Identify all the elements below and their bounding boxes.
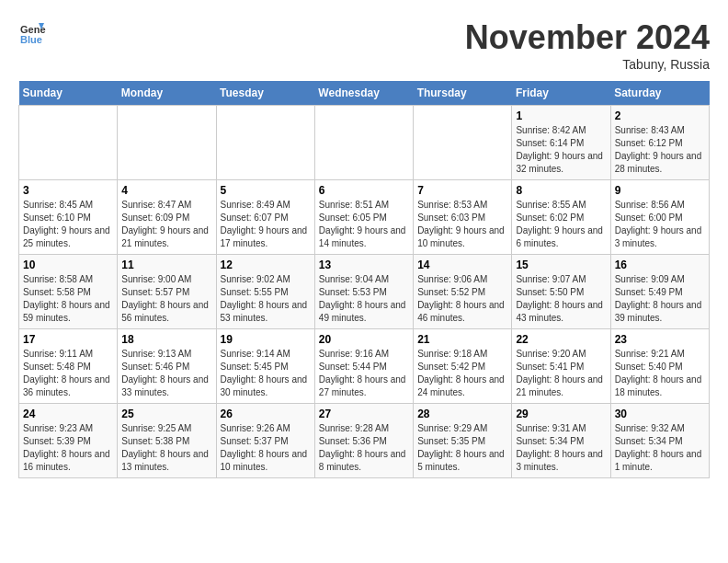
calendar-cell: 4Sunrise: 8:47 AM Sunset: 6:09 PM Daylig…: [118, 180, 216, 255]
day-info: Sunrise: 9:23 AM Sunset: 5:39 PM Dayligh…: [23, 422, 113, 474]
day-number: 9: [615, 184, 705, 197]
calendar-cell: 1Sunrise: 8:42 AM Sunset: 6:14 PM Daylig…: [512, 106, 610, 180]
calendar-cell: 19Sunrise: 9:14 AM Sunset: 5:45 PM Dayli…: [216, 329, 314, 404]
calendar-cell: 7Sunrise: 8:53 AM Sunset: 6:03 PM Daylig…: [414, 180, 512, 255]
day-number: 17: [23, 333, 113, 346]
calendar-week-row: 17Sunrise: 9:11 AM Sunset: 5:48 PM Dayli…: [19, 329, 710, 404]
calendar-cell: [19, 106, 118, 180]
calendar-cell: 15Sunrise: 9:07 AM Sunset: 5:50 PM Dayli…: [512, 255, 610, 329]
day-number: 27: [319, 408, 409, 420]
calendar-cell: [314, 106, 413, 180]
calendar-body: 1Sunrise: 8:42 AM Sunset: 6:14 PM Daylig…: [19, 106, 710, 478]
day-number: 30: [615, 408, 705, 420]
day-info: Sunrise: 9:09 AM Sunset: 5:49 PM Dayligh…: [615, 273, 705, 325]
weekday-header: Sunday: [19, 81, 118, 106]
day-number: 7: [417, 184, 507, 197]
day-info: Sunrise: 9:14 AM Sunset: 5:45 PM Dayligh…: [221, 348, 311, 399]
day-number: 4: [121, 184, 211, 197]
day-info: Sunrise: 8:53 AM Sunset: 6:03 PM Dayligh…: [417, 199, 507, 250]
calendar-cell: 18Sunrise: 9:13 AM Sunset: 5:46 PM Dayli…: [118, 329, 216, 404]
location: Tabuny, Russia: [465, 57, 710, 72]
day-info: Sunrise: 8:58 AM Sunset: 5:58 PM Dayligh…: [23, 273, 113, 325]
calendar-week-row: 3Sunrise: 8:45 AM Sunset: 6:10 PM Daylig…: [19, 180, 710, 255]
calendar-cell: 13Sunrise: 9:04 AM Sunset: 5:53 PM Dayli…: [314, 255, 413, 329]
day-number: 16: [615, 259, 705, 271]
day-info: Sunrise: 8:43 AM Sunset: 6:12 PM Dayligh…: [615, 124, 705, 176]
day-info: Sunrise: 9:20 AM Sunset: 5:41 PM Dayligh…: [516, 348, 606, 399]
day-number: 19: [221, 333, 311, 346]
day-info: Sunrise: 9:26 AM Sunset: 5:37 PM Dayligh…: [221, 422, 311, 474]
day-number: 18: [121, 333, 211, 346]
day-number: 29: [516, 408, 606, 420]
day-number: 21: [417, 333, 507, 346]
day-number: 10: [23, 259, 113, 271]
day-number: 20: [319, 333, 409, 346]
calendar-cell: 27Sunrise: 9:28 AM Sunset: 5:36 PM Dayli…: [314, 404, 413, 478]
day-info: Sunrise: 9:00 AM Sunset: 5:57 PM Dayligh…: [121, 273, 211, 325]
logo: General Blue: [18, 18, 46, 46]
calendar-cell: 23Sunrise: 9:21 AM Sunset: 5:40 PM Dayli…: [610, 329, 709, 404]
weekday-header: Friday: [512, 81, 610, 106]
day-number: 3: [23, 184, 113, 197]
day-number: 22: [516, 333, 606, 346]
weekday-header: Thursday: [414, 81, 512, 106]
calendar-cell: 12Sunrise: 9:02 AM Sunset: 5:55 PM Dayli…: [216, 255, 314, 329]
calendar-cell: 6Sunrise: 8:51 AM Sunset: 6:05 PM Daylig…: [314, 180, 413, 255]
day-info: Sunrise: 9:31 AM Sunset: 5:34 PM Dayligh…: [516, 422, 606, 474]
day-info: Sunrise: 9:18 AM Sunset: 5:42 PM Dayligh…: [417, 348, 507, 399]
weekday-header: Wednesday: [314, 81, 413, 106]
month-title: November 2024: [465, 18, 710, 57]
day-info: Sunrise: 9:32 AM Sunset: 5:34 PM Dayligh…: [615, 422, 705, 474]
day-info: Sunrise: 9:13 AM Sunset: 5:46 PM Dayligh…: [121, 348, 211, 399]
day-info: Sunrise: 9:16 AM Sunset: 5:44 PM Dayligh…: [319, 348, 409, 399]
calendar-cell: [414, 106, 512, 180]
calendar-cell: 24Sunrise: 9:23 AM Sunset: 5:39 PM Dayli…: [19, 404, 118, 478]
day-number: 2: [615, 109, 705, 122]
day-info: Sunrise: 9:06 AM Sunset: 5:52 PM Dayligh…: [417, 273, 507, 325]
day-info: Sunrise: 8:42 AM Sunset: 6:14 PM Dayligh…: [516, 124, 606, 176]
calendar-week-row: 10Sunrise: 8:58 AM Sunset: 5:58 PM Dayli…: [19, 255, 710, 329]
calendar-cell: [216, 106, 314, 180]
day-info: Sunrise: 9:25 AM Sunset: 5:38 PM Dayligh…: [121, 422, 211, 474]
calendar-cell: 21Sunrise: 9:18 AM Sunset: 5:42 PM Dayli…: [414, 329, 512, 404]
day-info: Sunrise: 9:21 AM Sunset: 5:40 PM Dayligh…: [615, 348, 705, 399]
day-number: 6: [319, 184, 409, 197]
weekday-row: SundayMondayTuesdayWednesdayThursdayFrid…: [19, 81, 710, 106]
day-info: Sunrise: 9:02 AM Sunset: 5:55 PM Dayligh…: [221, 273, 311, 325]
calendar-cell: 17Sunrise: 9:11 AM Sunset: 5:48 PM Dayli…: [19, 329, 118, 404]
calendar-cell: 5Sunrise: 8:49 AM Sunset: 6:07 PM Daylig…: [216, 180, 314, 255]
day-number: 8: [516, 184, 606, 197]
day-info: Sunrise: 9:28 AM Sunset: 5:36 PM Dayligh…: [319, 422, 409, 474]
calendar-cell: 29Sunrise: 9:31 AM Sunset: 5:34 PM Dayli…: [512, 404, 610, 478]
day-number: 12: [221, 259, 311, 271]
calendar-cell: 28Sunrise: 9:29 AM Sunset: 5:35 PM Dayli…: [414, 404, 512, 478]
day-number: 1: [516, 109, 606, 122]
day-number: 13: [319, 259, 409, 271]
calendar-cell: 14Sunrise: 9:06 AM Sunset: 5:52 PM Dayli…: [414, 255, 512, 329]
day-number: 14: [417, 259, 507, 271]
calendar-cell: 16Sunrise: 9:09 AM Sunset: 5:49 PM Dayli…: [610, 255, 709, 329]
calendar-cell: 11Sunrise: 9:00 AM Sunset: 5:57 PM Dayli…: [118, 255, 216, 329]
title-block: November 2024 Tabuny, Russia: [465, 18, 710, 72]
calendar-cell: [118, 106, 216, 180]
calendar-cell: 3Sunrise: 8:45 AM Sunset: 6:10 PM Daylig…: [19, 180, 118, 255]
weekday-header: Tuesday: [216, 81, 314, 106]
calendar-cell: 8Sunrise: 8:55 AM Sunset: 6:02 PM Daylig…: [512, 180, 610, 255]
weekday-header: Saturday: [610, 81, 709, 106]
day-info: Sunrise: 9:07 AM Sunset: 5:50 PM Dayligh…: [516, 273, 606, 325]
day-number: 25: [121, 408, 211, 420]
calendar-cell: 9Sunrise: 8:56 AM Sunset: 6:00 PM Daylig…: [610, 180, 709, 255]
calendar-week-row: 1Sunrise: 8:42 AM Sunset: 6:14 PM Daylig…: [19, 106, 710, 180]
day-info: Sunrise: 8:56 AM Sunset: 6:00 PM Dayligh…: [615, 199, 705, 250]
logo-icon: General Blue: [18, 18, 46, 46]
day-number: 26: [221, 408, 311, 420]
calendar-cell: 25Sunrise: 9:25 AM Sunset: 5:38 PM Dayli…: [118, 404, 216, 478]
calendar-cell: 22Sunrise: 9:20 AM Sunset: 5:41 PM Dayli…: [512, 329, 610, 404]
day-info: Sunrise: 9:04 AM Sunset: 5:53 PM Dayligh…: [319, 273, 409, 325]
calendar-cell: 30Sunrise: 9:32 AM Sunset: 5:34 PM Dayli…: [610, 404, 709, 478]
day-number: 11: [121, 259, 211, 271]
calendar-week-row: 24Sunrise: 9:23 AM Sunset: 5:39 PM Dayli…: [19, 404, 710, 478]
day-info: Sunrise: 8:55 AM Sunset: 6:02 PM Dayligh…: [516, 199, 606, 250]
day-info: Sunrise: 9:11 AM Sunset: 5:48 PM Dayligh…: [23, 348, 113, 399]
calendar-table: SundayMondayTuesdayWednesdayThursdayFrid…: [18, 81, 710, 478]
